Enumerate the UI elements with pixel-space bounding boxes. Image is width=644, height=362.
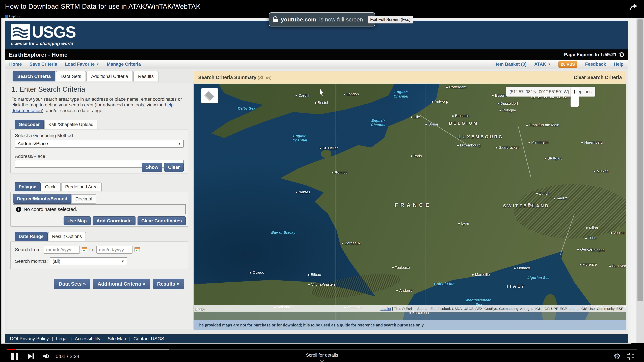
tab-date-range[interactable]: Date Range xyxy=(14,232,48,241)
scroll-hint-text: Scroll for details xyxy=(306,353,338,358)
zoom-in-button[interactable]: + xyxy=(570,87,578,97)
add-coordinate-button[interactable]: Add Coordinate xyxy=(92,216,136,225)
exit-fullscreen-icon[interactable] xyxy=(627,353,634,360)
tab-result-options[interactable]: Result Options xyxy=(48,232,86,241)
nav-item-basket[interactable]: Item Basket (0) xyxy=(494,62,526,67)
browser-scrollbar[interactable] xyxy=(636,18,644,343)
layers-control[interactable] xyxy=(201,88,218,103)
tab-circle[interactable]: Circle xyxy=(41,182,61,191)
tab-results[interactable]: Results xyxy=(133,71,158,81)
clear-button[interactable]: Clear xyxy=(164,163,184,172)
clear-coordinates-button[interactable]: Clear Coordinates xyxy=(138,216,186,225)
footer-link-legal[interactable]: Legal xyxy=(56,336,68,341)
summary-show-toggle[interactable]: (Show) xyxy=(258,75,272,80)
tab-predefined-area[interactable]: Predefined Area xyxy=(61,182,102,191)
nav-home[interactable]: Home xyxy=(9,62,22,67)
date-tabs: Date RangeResult Options xyxy=(14,232,86,241)
map-disclaimer: The provided maps are not for purchase o… xyxy=(194,320,626,330)
rss-button[interactable]: RSS xyxy=(558,61,578,68)
exit-fullscreen-button[interactable]: Exit Full Screen (Esc) xyxy=(368,15,413,23)
map-label: FRANCE xyxy=(394,202,431,208)
capture-tab[interactable]: Capture xyxy=(5,14,20,18)
search-criteria-panel: 1. Enter Search Criteria To narrow your … xyxy=(7,83,194,329)
calendar-icon[interactable] xyxy=(82,247,87,252)
tab-geocoder[interactable]: Geocoder xyxy=(14,120,44,129)
next-button[interactable] xyxy=(28,354,32,359)
map-label: Celtic Sea xyxy=(238,106,256,111)
geocoding-method-select[interactable]: Address/Place ▼ xyxy=(15,140,184,148)
page-gutter xyxy=(631,18,636,343)
usgs-tagline: science for a changing world xyxy=(11,41,73,46)
map-label: Cardiff xyxy=(296,93,309,98)
results-button[interactable]: Results » xyxy=(152,279,184,289)
footer-separator: | xyxy=(129,336,130,341)
nav-save-criteria[interactable]: Save Criteria xyxy=(30,62,57,67)
search-to-input[interactable] xyxy=(96,246,132,254)
tab-polygon[interactable]: Polygon xyxy=(14,182,40,191)
chevron-down-icon: ▼ xyxy=(96,63,99,66)
panel-heading: 1. Enter Search Criteria xyxy=(12,85,85,93)
scroll-for-details[interactable]: Scroll for details xyxy=(306,353,338,362)
scrollbar-thumb[interactable] xyxy=(638,19,643,301)
mode-degree-minute-second[interactable]: Degree/Minute/Second xyxy=(13,194,71,204)
usgs-logo[interactable]: USGS xyxy=(11,24,76,40)
graticule-line xyxy=(246,84,246,320)
map-label: English Channel xyxy=(371,118,386,127)
map-label: St. Helier xyxy=(320,146,338,150)
pause-button[interactable] xyxy=(12,353,18,360)
tab-additional-criteria[interactable]: Additional Criteria xyxy=(86,71,133,81)
zoom-out-button[interactable]: − xyxy=(570,97,578,107)
nav-atak-menu[interactable]: ATAK ▼ xyxy=(534,62,551,67)
usgs-logo-text: USGS xyxy=(32,24,76,40)
footer-separator: | xyxy=(52,336,53,341)
share-icon[interactable] xyxy=(629,3,638,11)
footer-link-contact-usgs[interactable]: Contact USGS xyxy=(133,336,164,341)
nav-load-favorite[interactable]: Load Favorite▼ xyxy=(65,62,99,67)
nav-feedback[interactable]: Feedback xyxy=(585,62,606,67)
graticule-line xyxy=(425,84,426,320)
video-progress-bar[interactable] xyxy=(7,349,637,350)
map-label: Cologne xyxy=(500,108,516,112)
rss-label: RSS xyxy=(567,62,575,67)
page-title: EarthExplorer - Home xyxy=(9,51,68,58)
search-from-input[interactable] xyxy=(44,246,80,254)
map-label: Oviedo xyxy=(250,270,264,275)
clear-search-criteria[interactable]: Clear Search Criteria xyxy=(574,75,622,80)
leaflet-link[interactable]: Leaflet xyxy=(380,307,391,311)
nav-help[interactable]: Help xyxy=(614,62,624,67)
intro-text: To narrow your search area: type in an a… xyxy=(12,96,182,107)
area-tabs: PolygonCirclePredefined Area xyxy=(14,182,102,191)
refresh-icon[interactable] xyxy=(618,51,625,58)
search-months-select[interactable]: (all) ▼ xyxy=(50,257,127,265)
calendar-icon[interactable] xyxy=(134,247,140,252)
address-place-label: Address/Place xyxy=(15,154,45,159)
capture-label: Capture xyxy=(9,14,20,18)
to-label: to: xyxy=(89,247,94,252)
map-label: Bilbao xyxy=(308,273,321,277)
volume-button[interactable] xyxy=(42,353,49,360)
tab-search-criteria[interactable]: Search Criteria xyxy=(12,71,55,81)
show-button[interactable]: Show xyxy=(142,163,162,172)
map-label: Bay of Biscay xyxy=(271,230,295,235)
chevron-down-icon: ▼ xyxy=(178,142,181,145)
map-bottom-strip xyxy=(194,312,626,320)
nav-manage-criteria[interactable]: Manage Criteria xyxy=(107,62,141,67)
chevron-down-icon xyxy=(320,358,324,362)
settings-icon[interactable]: ⚙ xyxy=(614,352,620,361)
tab-kml-shapefile-upload[interactable]: KML/Shapefile Upload xyxy=(44,120,98,129)
mode-decimal[interactable]: Decimal xyxy=(71,194,96,204)
footer-link-accessibility[interactable]: Accessibility xyxy=(75,336,100,341)
footer-link-site-map[interactable]: Site Map xyxy=(108,336,126,341)
map-attribution: Leaflet | Tiles © Esri — Source: Esri, i… xyxy=(194,305,626,312)
map-label: Bologna xyxy=(588,248,604,252)
additional-criteria-button[interactable]: Additional Criteria » xyxy=(93,279,150,289)
map-label: Munich xyxy=(594,169,608,173)
use-map-button[interactable]: Use Map xyxy=(64,216,90,225)
layers-icon xyxy=(205,91,214,100)
tab-data-sets[interactable]: Data Sets xyxy=(56,71,86,81)
map-label: Mannheim xyxy=(528,140,548,145)
rss-icon xyxy=(561,62,565,66)
data-sets-button[interactable]: Data Sets » xyxy=(54,279,90,289)
footer-link-doi-privacy-policy[interactable]: DOI Privacy Policy xyxy=(10,336,49,341)
leaflet-map[interactable]: RotterdamCardiffLondonBristolEssenDussel… xyxy=(194,84,626,320)
